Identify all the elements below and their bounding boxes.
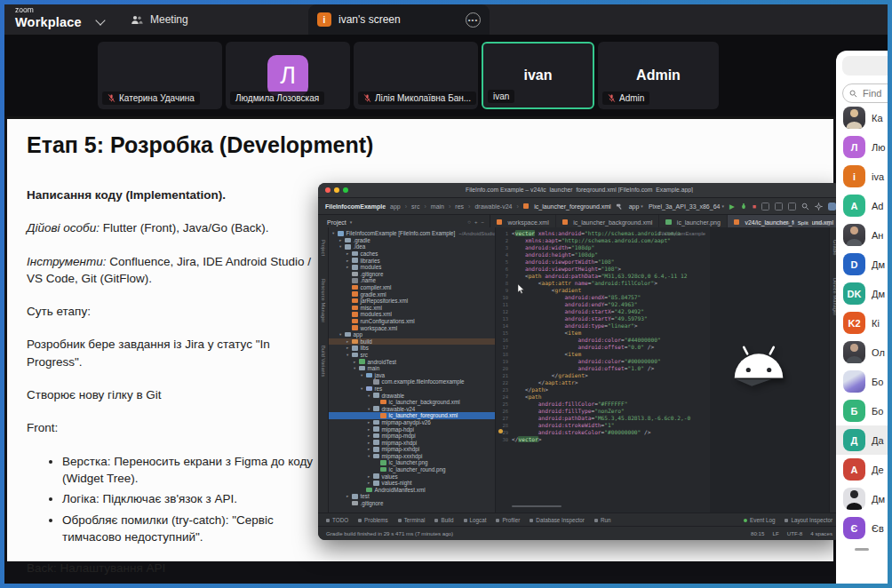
tree-row[interactable]: ▸ libs: [329, 345, 495, 352]
chevron-down-icon[interactable]: [95, 15, 105, 25]
horizontal-scrollbar[interactable]: [512, 505, 561, 507]
tree-row[interactable]: com.example.fileinfocomexample: [329, 378, 495, 385]
tree-row[interactable]: .name: [329, 277, 495, 284]
tool-window-button[interactable]: Problems: [358, 517, 388, 523]
tool-window-button[interactable]: Resource Manager: [321, 279, 326, 322]
run-button[interactable]: ▶: [729, 203, 735, 211]
tree-row[interactable]: ▸ build: [329, 338, 495, 346]
tool-window-button[interactable]: Profiler: [496, 517, 520, 523]
minimize-icon[interactable]: [334, 187, 339, 193]
participant-row[interactable]: i iva: [836, 162, 888, 191]
tree-row[interactable]: ▸ test: [329, 493, 495, 500]
tree-row[interactable]: jarRepositories.xml: [329, 298, 495, 305]
expand-icon[interactable]: +: [474, 219, 478, 225]
video-tile[interactable]: Л Людмила Лозовская: [226, 42, 350, 109]
status-widget[interactable]: UTF-8: [787, 530, 803, 536]
settings-icon[interactable]: [815, 203, 823, 211]
participant-row[interactable]: Є Єв: [836, 513, 888, 543]
tree-row[interactable]: modules.xml: [329, 311, 495, 318]
tree-row[interactable]: ▸ mipmap-mdpi: [329, 433, 495, 440]
tool-window-button[interactable]: TODO: [326, 517, 348, 523]
status-widget[interactable]: 80:15: [751, 530, 764, 536]
tree-row[interactable]: ▾ java: [329, 371, 495, 378]
device-select[interactable]: Pixel_3a_API_33_x86_64▾: [649, 203, 724, 210]
run-config-select[interactable]: app▾: [629, 203, 643, 210]
hammer-icon[interactable]: [616, 203, 624, 211]
video-tile[interactable]: Лілія Миколаївна Бан...: [354, 42, 478, 109]
tool-window-button[interactable]: Event Log: [744, 517, 775, 523]
participant-row[interactable]: DK Дм: [836, 279, 888, 308]
window-controls[interactable]: [325, 187, 348, 193]
breadcrumb-segment[interactable]: main: [431, 203, 444, 210]
tree-row[interactable]: .gitignore: [329, 271, 495, 278]
tree-row[interactable]: ▾ res: [329, 385, 495, 393]
find-participant-input[interactable]: [861, 87, 888, 99]
tree-row[interactable]: ▸ values-night: [329, 480, 495, 487]
more-options-icon[interactable]: •••: [466, 12, 481, 28]
breadcrumb-segment[interactable]: drawable-v24: [474, 203, 512, 210]
participant-row[interactable]: Дм: [836, 484, 888, 513]
project-name[interactable]: FileInfocomExample: [325, 203, 386, 210]
tree-row[interactable]: ▸ values: [329, 473, 495, 480]
status-widget[interactable]: LF: [772, 530, 778, 536]
breadcrumb-segment[interactable]: src: [411, 203, 419, 210]
tree-row[interactable]: ▸ mipmap-xxhdpi: [329, 446, 495, 453]
participant-row[interactable]: А Де: [836, 455, 888, 484]
user-avatar[interactable]: [828, 203, 836, 211]
tree-row[interactable]: ▸ androidTest: [329, 358, 495, 365]
tree-row[interactable]: misc.xml: [329, 305, 495, 312]
tree-row[interactable]: runConfigurations.xml: [329, 318, 495, 325]
view-toggle-option[interactable]: Code: [777, 219, 790, 226]
tree-row[interactable]: AndroidManifest.xml: [329, 487, 495, 494]
tree-row[interactable]: ▾ main: [329, 365, 495, 372]
view-toggle-option[interactable]: Split: [794, 218, 812, 226]
tree-row[interactable]: ▸ mipmap-anydpi-v26: [329, 419, 495, 426]
tab-meeting[interactable]: Meeting: [131, 4, 188, 35]
tree-row[interactable]: compiler.xml: [329, 284, 495, 291]
tool-window-button[interactable]: Build: [434, 517, 453, 523]
participant-row[interactable]: Д Да: [836, 425, 888, 455]
tree-row[interactable]: ▸ .gradle: [329, 237, 495, 244]
breadcrumb-segment[interactable]: res: [455, 203, 464, 210]
view-toggle-option[interactable]: Design: [816, 219, 833, 226]
tool-icon[interactable]: [775, 203, 783, 211]
participant-row[interactable]: Б Бо: [836, 396, 888, 425]
current-file-chip[interactable]: ic_launcher_foreground.xml: [523, 203, 611, 210]
tree-row[interactable]: ▾ drawable-v24: [329, 405, 495, 412]
participant-row[interactable]: Бо: [836, 367, 888, 396]
tree-row[interactable]: ic_launcher_round.png: [329, 466, 495, 473]
tree-row[interactable]: ▸ libraries: [329, 257, 495, 264]
tool-window-button[interactable]: Project: [321, 240, 326, 256]
status-widget[interactable]: 4 spaces: [810, 530, 832, 536]
collapse-icon[interactable]: −: [481, 219, 484, 225]
tree-row[interactable]: ▾ .idea: [329, 243, 495, 250]
maximize-icon[interactable]: [343, 187, 348, 193]
search-icon[interactable]: [801, 203, 809, 211]
stop-icon[interactable]: ■: [753, 203, 756, 210]
tool-window-button[interactable]: Terminal: [398, 517, 426, 523]
tool-window-button[interactable]: Database Inspector: [530, 517, 585, 523]
tree-row[interactable]: ▸ modules: [329, 264, 495, 271]
tree-row[interactable]: gradle.xml: [329, 290, 495, 298]
breadcrumb-segment[interactable]: app: [390, 203, 401, 210]
participant-row[interactable]: Ан: [836, 220, 888, 250]
video-tile[interactable]: Admin Admin: [598, 42, 719, 109]
tree-row[interactable]: .gitignore: [329, 500, 495, 507]
tool-window-button[interactable]: Logcat: [464, 517, 487, 523]
tree-row[interactable]: ▾ mipmap-xxxhdpi: [329, 453, 495, 460]
tool-window-button[interactable]: Run: [594, 517, 611, 523]
participant-row[interactable]: K2 Кі: [836, 308, 888, 338]
intention-bulb-icon[interactable]: [498, 429, 503, 433]
tool-window-button[interactable]: Layout Inspector: [784, 517, 832, 523]
find-participant-search[interactable]: [842, 83, 888, 103]
tree-row[interactable]: ▾ src: [329, 352, 495, 359]
tree-row[interactable]: workspace.xml: [329, 324, 495, 331]
locate-icon[interactable]: ○: [467, 219, 471, 225]
tool-icon[interactable]: [761, 203, 769, 211]
tool-icon[interactable]: [788, 203, 796, 211]
participant-row[interactable]: Ка: [836, 103, 888, 132]
tree-row[interactable]: ic_launcher_background.xml: [329, 399, 495, 406]
debug-icon[interactable]: [740, 203, 747, 210]
video-tile[interactable]: Катерина Удачина: [98, 42, 222, 109]
tree-row[interactable]: ▾ app: [329, 331, 495, 338]
